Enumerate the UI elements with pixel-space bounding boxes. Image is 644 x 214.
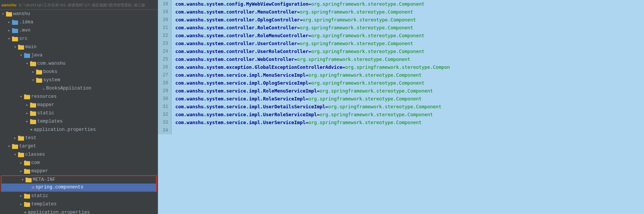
tree-item-com.wanshu[interactable]: com.wanshu	[0, 59, 158, 68]
arrow-closed[interactable]	[6, 20, 12, 24]
tree-item-label: static	[37, 111, 158, 116]
code-line: 27com.wanshu.system.service.impl.MenuSer…	[158, 71, 644, 79]
code-val: org.springframework.stereotype.Component	[311, 49, 424, 54]
line-number: 31	[158, 103, 172, 111]
line-number: 25	[158, 55, 172, 63]
tree-item-wanshu[interactable]: wanshu	[0, 10, 158, 18]
arrow-open[interactable]	[24, 61, 30, 66]
arrow-closed[interactable]	[12, 136, 18, 140]
code-key: com.wanshu.system.config.MyWebViewConfig…	[175, 1, 308, 7]
code-key: com.wanshu.system.service.impl.UserDetai…	[175, 104, 325, 109]
code-key: com.wanshu.system.service.impl.MenuServi…	[175, 72, 305, 78]
tree-item-application.properties-t[interactable]: ●application.properties	[0, 208, 158, 214]
code-eq: =	[308, 33, 311, 38]
code-line: 21com.wanshu.system.controller.RoleContr…	[158, 24, 644, 32]
code-eq: =	[305, 96, 308, 102]
tree-item-static-t[interactable]: static	[0, 192, 158, 200]
code-line: 33com.wanshu.system.service.impl.UserSer…	[158, 118, 644, 126]
code-line: 20com.wanshu.system.controller.OplogCont…	[158, 16, 644, 24]
code-key: com.wanshu.system.service.impl.UserServi…	[175, 120, 305, 125]
arrow-closed[interactable]	[24, 103, 30, 107]
tree-item-mvn[interactable]: .mvn	[0, 26, 158, 35]
tree-item-src[interactable]: src	[0, 35, 158, 43]
tree-item-classes[interactable]: classes	[0, 150, 158, 159]
tree-item-resources[interactable]: resources	[0, 93, 158, 101]
code-key: com.wanshu.system.controller.OplogContro…	[175, 17, 300, 23]
tree-item-static[interactable]: static	[0, 109, 158, 117]
arrow-open[interactable]	[18, 53, 24, 58]
tree-item-spring.components[interactable]: ⚙spring.components	[1, 184, 157, 192]
line-number: 34	[158, 126, 172, 134]
code-line: 28com.wanshu.system.service.impl.OplogSe…	[158, 79, 644, 87]
tree-item-test[interactable]: test	[0, 134, 158, 142]
tree-item-label: main	[25, 44, 158, 50]
tree-item-label: target	[19, 144, 158, 149]
tree-item-main[interactable]: main	[0, 43, 158, 51]
tree-item-books[interactable]: books	[0, 68, 158, 76]
arrow-closed[interactable]	[18, 169, 24, 173]
arrow-open[interactable]	[20, 178, 26, 182]
code-val: org.springframework.stereotype.Component	[308, 120, 422, 125]
arrow-open[interactable]	[6, 36, 12, 41]
tree-item-label: META-INF	[33, 177, 156, 182]
tree-item-META-INF[interactable]: META-INF	[1, 175, 157, 184]
code-eq: =	[342, 64, 345, 70]
tree-item-mapper[interactable]: mapper	[0, 101, 158, 109]
code-line: 29com.wanshu.system.service.impl.RoleMen…	[158, 87, 644, 95]
line-number: 19	[158, 8, 172, 16]
line-number: 28	[158, 79, 172, 87]
code-eq: =	[325, 104, 328, 109]
arrow-closed[interactable]	[30, 70, 36, 74]
code-val: org.springframework.stereotype.Component	[297, 56, 410, 62]
code-key: com.wanshu.system.controller.MenuControl…	[175, 9, 297, 15]
arrow-closed[interactable]	[18, 202, 24, 206]
code-key: com.wanshu.system.service.impl.RoleMenuS…	[175, 88, 317, 94]
code-content: com.wanshu.system.service.impl.RoleServi…	[172, 95, 422, 103]
arrow-open[interactable]	[30, 78, 36, 82]
tree-item-idea[interactable]: .idea	[0, 18, 158, 26]
line-number: 24	[158, 47, 172, 55]
code-content: com.wanshu.system.service.impl.UserRoleS…	[172, 111, 433, 118]
code-val: org.springframework.stereotype.Component	[320, 112, 433, 117]
arrow-closed[interactable]	[18, 194, 24, 198]
arrow-closed[interactable]	[24, 111, 30, 115]
arrow-closed[interactable]	[18, 161, 24, 165]
code-key: com.wanshu.system.controller.UserRoleCon…	[175, 49, 308, 54]
arrow-open[interactable]	[12, 152, 18, 157]
tree-item-com[interactable]: com	[0, 159, 158, 167]
tree-item-templates-res[interactable]: templates	[0, 117, 158, 126]
arrow-open[interactable]	[6, 144, 12, 149]
file-tree-panel[interactable]: wanshu D:\desktop\工作目录\01-录课资料\27-项目视频\图…	[0, 0, 158, 214]
project-header[interactable]: wanshu D:\desktop\工作目录\01-录课资料\27-项目视频\图…	[0, 1, 158, 10]
arrow-closed[interactable]	[6, 28, 12, 33]
code-val: org.springframework.stereotype.Compon	[345, 64, 450, 70]
code-eq: =	[297, 41, 300, 46]
code-panel: 18com.wanshu.system.config.MyWebViewConf…	[158, 0, 644, 214]
tree-item-system[interactable]: system	[0, 76, 158, 84]
arrow-open[interactable]	[0, 12, 6, 16]
tree-item-mapper-t[interactable]: mapper	[0, 167, 158, 175]
tree-item-BooksApplication[interactable]: ☕BooksApplication	[0, 84, 158, 93]
tree-item-java[interactable]: java	[0, 51, 158, 59]
code-content: com.wanshu.system.service.impl.MenuServi…	[172, 71, 422, 79]
code-val: org.springframework.stereotype.Component	[300, 9, 413, 15]
tree-item-templates-t[interactable]: templates	[0, 200, 158, 208]
code-eq: =	[308, 1, 311, 7]
tree-item-label: templates	[31, 202, 158, 207]
arrow-open[interactable]	[18, 94, 24, 99]
code-content: com.wanshu.system.controller.UserRoleCon…	[172, 47, 424, 55]
code-val: org.springframework.stereotype.Component	[328, 104, 441, 109]
tree-item-label: classes	[25, 152, 158, 157]
tree-item-label: books	[43, 69, 158, 74]
code-val: org.springframework.stereotype.Component	[311, 80, 424, 86]
tree-item-target[interactable]: target	[0, 142, 158, 150]
code-content: com.wanshu.system.controller.UserControl…	[172, 39, 413, 47]
code-eq: =	[308, 80, 311, 86]
arrow-open[interactable]	[12, 45, 18, 49]
tree-item-label: static	[31, 193, 158, 199]
tree-item-label: com	[31, 160, 158, 165]
line-number: 29	[158, 87, 172, 95]
tree-item-label: com.wanshu	[37, 61, 158, 66]
arrow-closed[interactable]	[24, 119, 30, 124]
tree-item-application.properties[interactable]: ●application.properties	[0, 126, 158, 134]
